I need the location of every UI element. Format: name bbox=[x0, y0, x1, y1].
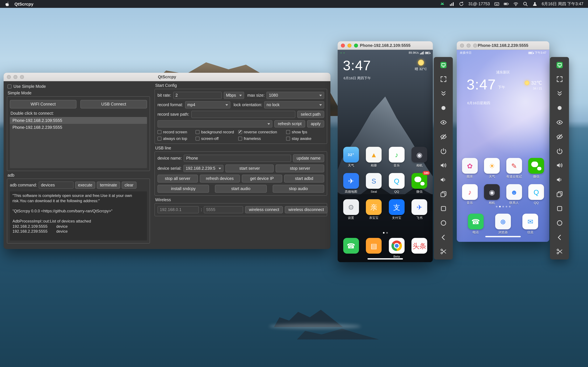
qinbaobao-icon[interactable]: 亲 bbox=[366, 199, 382, 215]
camera-icon[interactable]: ◉ bbox=[484, 184, 500, 200]
close-button[interactable] bbox=[7, 75, 11, 79]
alipay-icon[interactable]: 支 bbox=[389, 199, 405, 215]
app-music[interactable]: ♪音乐 bbox=[385, 147, 408, 168]
menu-clock[interactable]: 6月16日 周四 下午3:47 bbox=[542, 1, 583, 7]
back-icon[interactable] bbox=[554, 232, 564, 242]
update-name-button[interactable]: update name bbox=[293, 154, 324, 162]
zoom-button[interactable] bbox=[354, 44, 358, 48]
stop-audio-button[interactable]: stop audio bbox=[273, 185, 324, 193]
checkbox-always-on-top[interactable]: always on top bbox=[157, 136, 196, 141]
wifi-icon[interactable] bbox=[513, 1, 519, 7]
use-simple-mode-checkbox[interactable] bbox=[8, 84, 11, 88]
app-contacts[interactable]: ☻联系人 bbox=[503, 184, 525, 205]
select-path-button[interactable]: select path bbox=[297, 111, 324, 118]
phone2-weather-widget[interactable]: 32℃ 34 / 21 bbox=[525, 80, 542, 90]
record-save-path-input[interactable] bbox=[191, 111, 295, 118]
zoom-button[interactable] bbox=[473, 44, 477, 48]
fullscreen-icon[interactable] bbox=[554, 74, 564, 84]
menu-square-icon[interactable] bbox=[438, 204, 448, 214]
checkbox-background-record[interactable]: background record bbox=[196, 130, 238, 134]
apple-menu-icon[interactable] bbox=[5, 1, 10, 7]
window-titlebar[interactable]: QtScrcpy bbox=[4, 73, 330, 81]
app-messages[interactable]: ✉信息 bbox=[523, 214, 538, 235]
home-circle-icon[interactable] bbox=[438, 218, 448, 228]
app-phone[interactable]: ☎电话 bbox=[468, 214, 484, 235]
checkbox-record-screen[interactable]: record screen bbox=[157, 130, 196, 134]
minimize-button[interactable] bbox=[467, 44, 471, 48]
wireless-port-input[interactable] bbox=[204, 206, 243, 213]
wireless-disconnect-button[interactable]: wireless disconnect bbox=[285, 206, 328, 213]
app-weather[interactable]: ☀天气 bbox=[481, 158, 503, 179]
device-name-input[interactable] bbox=[184, 155, 291, 162]
power-icon[interactable] bbox=[438, 146, 448, 156]
app-gallery[interactable]: ▲相册 bbox=[363, 147, 385, 168]
music-icon[interactable]: ♪ bbox=[462, 184, 478, 200]
weather-icon[interactable]: ☀ bbox=[484, 158, 500, 174]
feishu-icon[interactable]: ✈ bbox=[412, 199, 427, 215]
app-alipay[interactable]: 支支付宝 bbox=[385, 199, 408, 220]
settings-icon[interactable]: ⚙ bbox=[343, 199, 359, 215]
adb-command-input[interactable] bbox=[39, 182, 73, 189]
app-toutiao[interactable]: 头条 bbox=[408, 238, 431, 258]
get-device-ip-button[interactable]: get device IP bbox=[242, 175, 282, 183]
checkbox-frameless[interactable]: frameless bbox=[238, 136, 286, 141]
start-audio-button[interactable]: start audio bbox=[215, 185, 267, 193]
terminate-button[interactable]: terminate bbox=[97, 182, 120, 189]
weather-icon[interactable]: 32° bbox=[343, 147, 359, 163]
device-list-item[interactable]: Phone-192.168.2.109:5555 bbox=[10, 117, 147, 124]
scissors-icon[interactable] bbox=[438, 247, 448, 257]
app-settings[interactable]: ⚙设置 bbox=[340, 199, 363, 220]
app-wechat[interactable]: 微信 bbox=[525, 158, 547, 179]
app-switch-icon[interactable] bbox=[438, 189, 448, 199]
lock-orientation-combo[interactable]: no lock bbox=[264, 101, 324, 108]
device-serial-combo[interactable]: 192.168.2.239:5 bbox=[183, 165, 224, 172]
collapse-icon[interactable] bbox=[438, 89, 448, 99]
phone2-screen[interactable]: 未插卡日 下午3:47 浦东新区 3:47 下午 32℃ 34 / 21 6月1… bbox=[457, 50, 549, 242]
script-combo[interactable] bbox=[157, 120, 272, 127]
volume-up-icon[interactable] bbox=[554, 161, 564, 170]
back-icon[interactable] bbox=[438, 232, 448, 242]
app-weather[interactable]: 32°天气 bbox=[340, 147, 363, 168]
app-files[interactable]: ▤ bbox=[363, 238, 385, 258]
volume-up-icon[interactable] bbox=[438, 161, 448, 170]
home-circle-icon[interactable] bbox=[554, 218, 564, 228]
app-youdao-note[interactable]: ✎有道云笔记 bbox=[503, 158, 525, 179]
bit-rate-input[interactable] bbox=[173, 92, 222, 99]
scissors-icon[interactable] bbox=[554, 247, 564, 257]
music-icon[interactable]: ♪ bbox=[389, 147, 405, 163]
app-phone[interactable]: ☎ bbox=[340, 238, 363, 258]
checkbox-show-fps[interactable]: show fps bbox=[286, 130, 324, 134]
volume-down-icon[interactable] bbox=[554, 175, 564, 185]
eye-off-icon[interactable] bbox=[554, 132, 564, 142]
seal-icon[interactable]: S bbox=[366, 173, 382, 189]
record-dot-icon[interactable] bbox=[554, 103, 564, 113]
volume-down-icon[interactable] bbox=[438, 175, 448, 185]
checkbox-box[interactable] bbox=[196, 137, 199, 141]
home-indicator[interactable] bbox=[485, 236, 521, 237]
device-list-item[interactable]: Phone-192.168.2.239:5555 bbox=[10, 124, 147, 131]
menu-app-name[interactable]: QtScrcpy bbox=[14, 1, 34, 6]
app-switch-icon[interactable] bbox=[554, 189, 564, 199]
refresh-script-button[interactable]: refresh script bbox=[274, 120, 305, 127]
gallery-icon[interactable]: ✿ bbox=[462, 158, 478, 174]
wireless-ip-input[interactable] bbox=[157, 206, 199, 213]
zoom-button[interactable] bbox=[20, 75, 24, 79]
phone1-weather-widget[interactable]: 晴 32°C bbox=[415, 60, 427, 71]
sync-icon[interactable] bbox=[459, 1, 464, 7]
app-music[interactable]: ♪音乐 bbox=[459, 184, 481, 205]
collapse-icon[interactable] bbox=[554, 89, 564, 99]
app-camera[interactable]: ◉相机 bbox=[408, 147, 431, 168]
app-feishu[interactable]: ✈飞书 bbox=[408, 199, 431, 220]
camera-icon[interactable]: ◉ bbox=[412, 147, 427, 163]
power-icon[interactable] bbox=[554, 146, 564, 156]
adb-log[interactable]: "This software is completely open source… bbox=[10, 191, 147, 241]
amap-icon[interactable]: ✈ bbox=[343, 173, 359, 189]
wifi-connect-button[interactable]: WIFI Connect bbox=[10, 100, 77, 108]
wechat-icon[interactable] bbox=[528, 158, 544, 174]
phone2-clock-widget[interactable]: 3:47 下午 bbox=[467, 77, 505, 92]
clear-button[interactable]: clear bbox=[121, 182, 136, 189]
qq-icon[interactable]: Q bbox=[528, 184, 544, 200]
eye-icon[interactable] bbox=[438, 117, 448, 127]
phone-icon[interactable]: ☎ bbox=[343, 238, 359, 254]
wireless-connect-button[interactable]: wireless connect bbox=[245, 206, 283, 213]
